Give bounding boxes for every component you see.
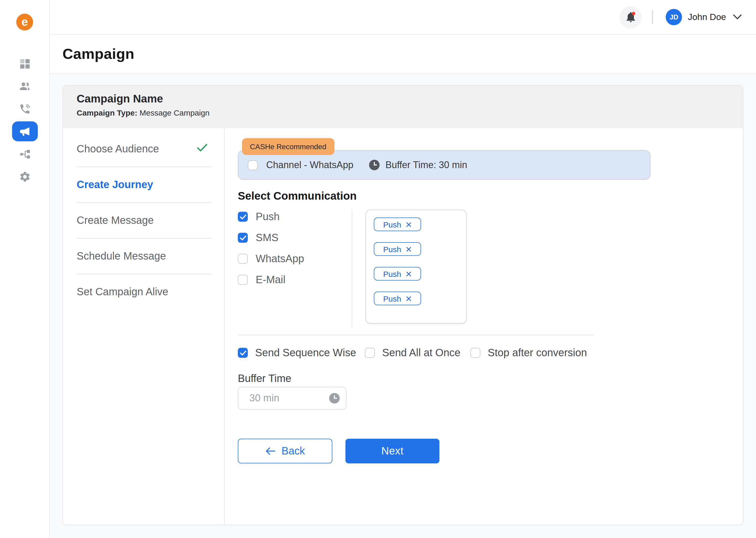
communication-options: Push SMS <box>238 210 352 327</box>
notification-dot <box>632 12 635 15</box>
user-name: John Doe <box>688 12 726 22</box>
brand-logo-letter: e <box>22 16 28 28</box>
brand-logo[interactable]: e <box>16 14 33 30</box>
communication-row: Push SMS <box>238 210 743 327</box>
chevron-down-icon <box>733 14 742 20</box>
option-label: SMS <box>256 232 278 244</box>
sidebar: e <box>0 0 50 538</box>
option-whatsapp: WhatsApp <box>238 252 352 266</box>
option-label: E-Mail <box>256 274 285 286</box>
email-checkbox[interactable] <box>238 275 248 285</box>
wizard-actions: Back Next <box>238 439 743 463</box>
step-label: Create Journey <box>77 179 153 191</box>
channel-checkbox[interactable] <box>248 160 258 170</box>
campaign-type-label: Campaign Type: <box>77 108 137 117</box>
arrow-left-icon <box>265 447 276 455</box>
sidebar-item-settings[interactable] <box>12 167 37 187</box>
remove-chip-icon[interactable] <box>406 271 412 277</box>
option-send-sequence-wise: Send Sequence Wise <box>238 347 365 359</box>
option-email: E-Mail <box>238 273 352 287</box>
page-title-bar: Campaign <box>50 35 756 74</box>
journey-panel: CASHe Recommended Channel - WhatsApp Buf… <box>225 128 743 525</box>
avatar-initials: JD <box>670 13 678 21</box>
option-stop-after-conversion: Stop after conversion <box>470 347 587 359</box>
option-label: Push <box>256 211 280 223</box>
whatsapp-checkbox[interactable] <box>238 254 248 264</box>
remove-chip-icon[interactable] <box>406 296 412 301</box>
stop-after-conversion-checkbox[interactable] <box>470 348 480 358</box>
dashboard-grid-icon <box>20 59 30 69</box>
user-menu[interactable]: JD John Doe <box>666 9 742 25</box>
sidebar-nav <box>12 54 37 187</box>
app-window: e <box>0 0 756 538</box>
megaphone-icon <box>19 125 31 138</box>
send-mode-options: Send Sequence Wise Send All at Once <box>238 347 743 359</box>
remove-chip-icon[interactable] <box>406 246 412 252</box>
avatar: JD <box>666 9 682 25</box>
gear-icon <box>19 171 31 183</box>
chip-label: Push <box>383 294 401 303</box>
channel-chip[interactable]: Push <box>374 242 421 256</box>
buffer-clock-icon[interactable] <box>329 393 340 404</box>
page-title: Campaign <box>63 45 134 62</box>
push-checkbox[interactable] <box>238 212 248 222</box>
step-set-campaign-alive[interactable]: Set Campaign Alive <box>63 274 224 309</box>
remove-chip-icon[interactable] <box>406 221 412 227</box>
clock-icon <box>369 160 380 170</box>
notifications-button[interactable] <box>620 6 641 28</box>
send-sequence-wise-checkbox[interactable] <box>238 348 248 358</box>
flow-icon <box>19 148 31 160</box>
option-label: WhatsApp <box>256 253 304 265</box>
option-sms: SMS <box>238 231 352 245</box>
channel-label: Channel - WhatsApp <box>266 159 353 171</box>
option-push: Push <box>238 210 352 224</box>
step-schedule-message[interactable]: Schedule Message <box>63 239 224 274</box>
send-all-at-once-checkbox[interactable] <box>365 348 375 358</box>
sidebar-item-campaigns[interactable] <box>12 121 37 141</box>
channel-chip[interactable]: Push <box>374 292 421 305</box>
step-choose-audience[interactable]: Choose Audience <box>63 131 224 167</box>
phone-call-icon <box>19 103 31 115</box>
select-communication-heading: Select Communication <box>238 190 743 202</box>
back-button-label: Back <box>282 445 305 457</box>
topbar: JD John Doe <box>50 0 756 35</box>
sidebar-item-calls[interactable] <box>12 99 37 119</box>
recommended-badge: CASHe Recommended <box>242 138 334 155</box>
bell-icon <box>625 11 637 23</box>
sidebar-item-audience[interactable] <box>12 76 37 96</box>
step-complete-check-icon <box>196 141 209 157</box>
step-label: Schedule Message <box>77 250 166 262</box>
channel-buffer-text: Buffer Time: 30 min <box>385 159 467 171</box>
option-label: Stop after conversion <box>488 347 587 359</box>
next-button-label: Next <box>381 445 404 457</box>
option-send-all-at-once: Send All at Once <box>365 347 470 359</box>
step-create-journey[interactable]: Create Journey <box>63 167 224 202</box>
section-divider <box>238 335 594 335</box>
campaign-card-header: Campaign Name Campaign Type: Message Cam… <box>63 86 743 128</box>
steps-nav: Choose Audience Create Journey Create Me… <box>63 128 225 525</box>
channel-chip[interactable]: Push <box>374 267 421 281</box>
selected-channels-panel: Push Push Push <box>365 210 467 324</box>
sidebar-item-dashboard[interactable] <box>12 54 37 74</box>
chip-label: Push <box>383 220 401 229</box>
channel-chip[interactable]: Push <box>374 218 421 231</box>
campaign-type-subtitle: Campaign Type: Message Campaign <box>77 108 743 117</box>
sms-checkbox[interactable] <box>238 233 248 243</box>
campaign-type-value: Message Campaign <box>140 108 210 117</box>
sidebar-item-journeys[interactable] <box>12 144 37 164</box>
campaign-card: Campaign Name Campaign Type: Message Cam… <box>63 85 743 525</box>
page-content: Campaign Name Campaign Type: Message Cam… <box>50 74 756 538</box>
users-icon <box>18 80 31 93</box>
chip-label: Push <box>383 269 401 278</box>
topbar-divider <box>652 10 653 24</box>
option-label: Send All at Once <box>382 347 460 359</box>
buffer-time-label: Buffer Time <box>238 372 743 385</box>
recommended-channel: CASHe Recommended Channel - WhatsApp Buf… <box>238 138 650 180</box>
chip-label: Push <box>383 244 401 253</box>
back-button[interactable]: Back <box>238 439 332 463</box>
next-button[interactable]: Next <box>346 439 440 463</box>
buffer-time-input[interactable] <box>249 393 312 404</box>
step-create-message[interactable]: Create Message <box>63 203 224 238</box>
option-label: Send Sequence Wise <box>255 347 356 359</box>
step-label: Set Campaign Alive <box>77 286 168 298</box>
